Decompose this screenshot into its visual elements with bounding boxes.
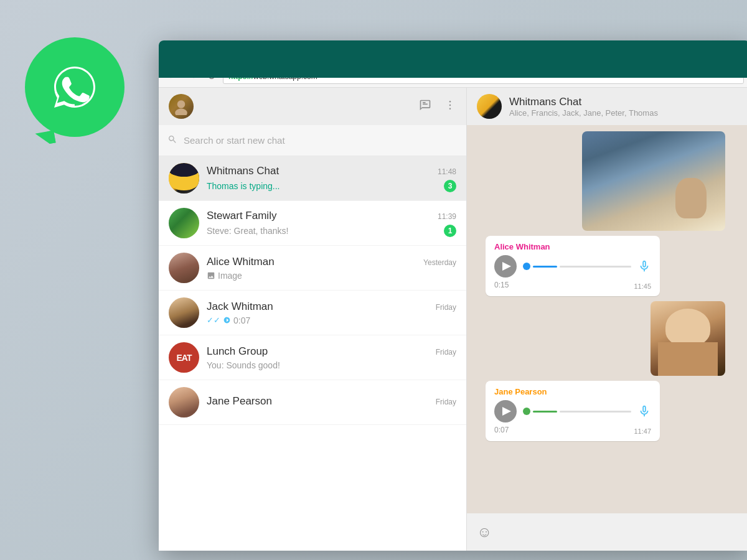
jane-sender-name: Jane Pearson [494,387,651,396]
image-preview-alice: Image [207,271,242,281]
whatsapp-logo [25,37,125,137]
whatsapp-web-content: Search or start new chat Whitmans Chat 1… [159,88,747,551]
search-placeholder[interactable]: Search or start new chat [184,135,285,146]
new-chat-icon[interactable] [419,99,431,114]
search-icon [167,134,177,147]
jack-image-message [651,301,725,376]
messages-area: Alice Whitman 0:15 11:45 [467,125,747,513]
jane-duration: 0:07 [494,426,509,434]
chat-name-stewart: Stewart Family [207,210,276,222]
chat-time-lunch: Friday [436,348,456,357]
chat-item-jack[interactable]: Jack Whitman Friday ✓✓ 0:07 [159,291,466,335]
chat-bottom-alice: Image [207,271,456,281]
chat-avatar-whitmans [169,163,199,194]
alice-sender-name: Alice Whitman [494,242,651,251]
chat-list: Whitmans Chat 11:48 Thomas is typing... … [159,156,466,551]
jane-avatar-img [169,387,199,418]
chat-name-alice: Alice Whitman [207,256,275,268]
chat-info-alice: Alice Whitman Yesterday Image [207,256,456,281]
alice-voice-content [494,255,651,278]
whitmans-avatar-img [169,163,199,194]
jane-voice-content [494,400,651,422]
chat-top-alice: Alice Whitman Yesterday [207,256,456,268]
alice-play-button[interactable] [494,255,517,278]
jane-time: 11:47 [634,427,651,435]
chat-time-whitmans: 11:48 [438,167,456,176]
chat-badge-stewart: 1 [444,225,456,237]
voice-preview-jack: ✓✓ 0:07 [207,315,250,325]
header-icons [419,99,456,114]
user-avatar[interactable] [169,94,194,119]
alice-avatar-img [169,253,199,283]
chat-time-jane: Friday [436,398,456,406]
alice-mic-icon [637,259,651,273]
chat-bottom-stewart: Steve: Great, thanks! 1 [207,225,456,237]
jeans-image-message [582,131,725,231]
chat-top-lunch: Lunch Group Friday [207,345,456,358]
alice-voice-message: Alice Whitman 0:15 11:45 [486,236,660,296]
right-header: Whitmans Chat Alice, Francis, Jack, Jane… [467,88,747,125]
right-header-name: Whitmans Chat [509,96,740,108]
chat-name-jane: Jane Pearson [207,395,272,408]
jane-play-button[interactable] [494,400,517,422]
left-panel: Search or start new chat Whitmans Chat 1… [159,88,467,551]
emoji-button[interactable]: ☺ [477,523,492,541]
jane-voice-message: Jane Pearson 0:07 11:47 [486,381,660,441]
right-avatar-img [477,94,502,119]
chat-name-jack: Jack Whitman [207,301,273,313]
chat-badge-whitmans: 3 [444,180,456,192]
alice-duration: 0:15 [494,281,509,289]
left-header [159,88,466,125]
svg-point-0 [177,100,186,108]
chat-avatar-jane [169,387,199,418]
svg-point-5 [449,104,451,106]
alice-time: 11:45 [634,282,651,290]
right-header-info: Whitmans Chat Alice, Francis, Jack, Jane… [509,96,740,118]
chat-avatar-stewart [169,208,199,238]
jane-mic-icon [637,404,651,418]
chat-name-lunch: Lunch Group [207,345,268,358]
chat-bottom-jack: ✓✓ 0:07 [207,315,456,325]
image-label: Image [218,271,242,281]
chat-name-whitmans: Whitmans Chat [207,165,279,177]
chat-bottom-lunch: You: Sounds good! [207,360,456,370]
right-header-avatar [477,94,502,119]
svg-point-6 [449,108,451,110]
chat-top-stewart: Stewart Family 11:39 [207,210,456,222]
chat-top-jack: Jack Whitman Friday [207,301,456,313]
voice-duration-jack: 0:07 [233,315,250,325]
chat-item-lunch[interactable]: EAT Lunch Group Friday You: Sounds good! [159,335,466,380]
right-panel: Whitmans Chat Alice, Francis, Jack, Jane… [467,88,747,551]
browser-window: WhatsApp Web × ← → ↻ https://web.whatsap… [159,40,747,551]
chat-time-jack: Friday [436,303,456,312]
chat-item-stewart[interactable]: Stewart Family 11:39 Steve: Great, thank… [159,201,466,246]
chat-info-lunch: Lunch Group Friday You: Sounds good! [207,345,456,370]
alice-waveform [523,263,631,270]
chat-top-whitmans: Whitmans Chat 11:48 [207,165,456,177]
jack-avatar-img [169,297,199,328]
svg-point-4 [449,100,451,102]
search-bar: Search or start new chat [159,125,466,156]
chat-top-jane: Jane Pearson Friday [207,395,456,408]
menu-icon[interactable] [444,99,456,114]
chat-item-jane[interactable]: Jane Pearson Friday [159,380,466,425]
chat-avatar-lunch: EAT [169,342,199,373]
chat-info-jane: Jane Pearson Friday [207,395,456,410]
chat-avatar-alice [169,253,199,283]
chat-info-jack: Jack Whitman Friday ✓✓ 0:07 [207,301,456,325]
chat-bottom-whitmans: Thomas is typing... 3 [207,180,456,192]
double-tick-icon: ✓✓ [207,315,220,325]
chat-item-whitmans[interactable]: Whitmans Chat 11:48 Thomas is typing... … [159,156,466,201]
logo-circle [25,37,125,137]
bottom-input-bar: ☺ [467,513,747,551]
jane-waveform [523,408,631,415]
svg-rect-3 [423,102,426,103]
stewart-avatar-img [169,208,199,238]
chat-avatar-jack [169,297,199,328]
chat-time-stewart: 11:39 [438,212,456,221]
chat-item-alice[interactable]: Alice Whitman Yesterday Image [159,246,466,291]
chat-preview-stewart: Steve: Great, thanks! [207,226,444,236]
chat-info-stewart: Stewart Family 11:39 Steve: Great, thank… [207,210,456,237]
chat-time-alice: Yesterday [423,258,456,267]
lunch-avatar-img: EAT [169,342,199,373]
